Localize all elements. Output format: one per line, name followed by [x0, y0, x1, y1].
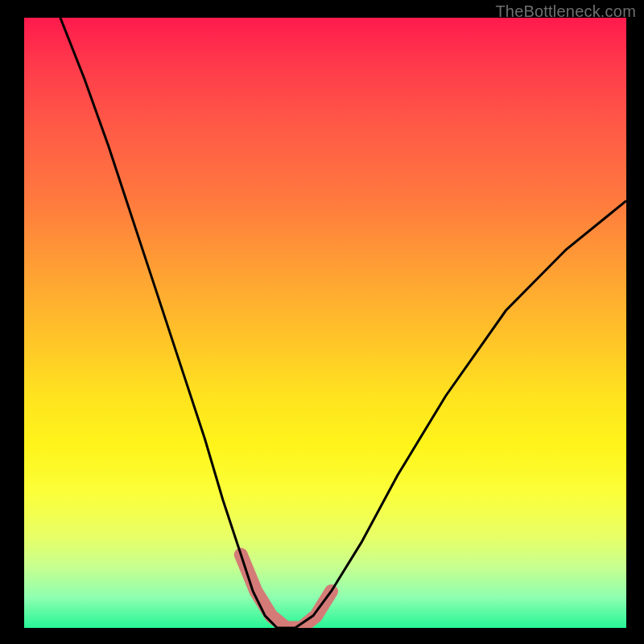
highlight-band	[241, 555, 331, 628]
chart-frame: TheBottleneck.com	[0, 0, 644, 644]
plot-area	[24, 18, 626, 628]
bottleneck-curve	[60, 18, 626, 628]
curve-svg	[24, 18, 626, 628]
